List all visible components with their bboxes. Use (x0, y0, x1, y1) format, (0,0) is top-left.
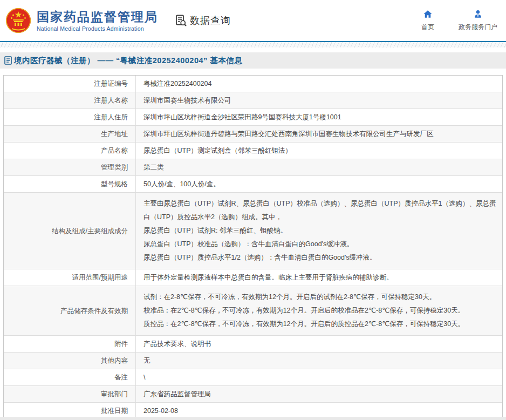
data-query-link[interactable]: 数据查询 (174, 14, 231, 27)
table-row: 其他内容无 (4, 353, 502, 369)
field-value: 试剂：在2-8℃保存，不可冷冻，有效期为12个月。开启后的试剂在2-8℃保存，可… (135, 286, 502, 335)
nav-item-home[interactable]: 首页 (415, 9, 440, 32)
field-value: 粤械注准20252400204 (135, 76, 502, 92)
field-label: 结构及组成/主要组成成分 (4, 193, 135, 269)
nav-item-label: 首页 (421, 23, 434, 32)
site-title: 国家药品监督管理局 (37, 10, 158, 24)
nmpa-logo-link[interactable] (5, 8, 31, 33)
field-label: 其他内容 (4, 353, 135, 369)
table-row: 产品名称尿总蛋白（UTP）测定试剂盒（邻苯三酚红钼法） (4, 143, 502, 159)
table-row: 适用范围/预期用途用于体外定量检测尿液样本中总蛋白的含量。临床上主要用于肾脏疾病… (4, 269, 502, 286)
info-table: 注册证编号粤械注准20252400204注册人名称深圳市国赛生物技术有限公司注册… (3, 75, 503, 420)
national-emblem-icon (5, 8, 31, 33)
field-value: 产品技术要求、说明书 (135, 336, 502, 352)
field-value-line: 质控品：在2℃-8℃保存，不可冷冻，有效期为12个月。开启后的质控品在2℃-8℃… (143, 317, 497, 331)
table-row: 审批部门广东省药品监督管理局 (4, 386, 502, 403)
field-value: 主要由尿总蛋白（UTP）试剂R、尿总蛋白（UTP）校准品（选购）、尿总蛋白（UT… (135, 193, 502, 269)
field-label: 审批部门 (4, 386, 135, 402)
field-value: \ (135, 369, 502, 385)
site-brand: 国家药品监督管理局 National Medical Products Admi… (37, 10, 158, 32)
field-value: 深圳市坪山区坑梓街道金沙社区荣田路9号国赛科技大厦1号楼1001 (135, 109, 502, 125)
field-value-line: 主要由尿总蛋白（UTP）试剂R、尿总蛋白（UTP）校准品（选购）、尿总蛋白（UT… (143, 197, 497, 224)
table-row: 型号规格50人份/盒、100人份/盒。 (4, 176, 502, 193)
field-value-line: 尿总蛋白（UTP）校准品（选购）：含牛血清白蛋白的Good's缓冲液。 (143, 238, 497, 251)
table-row: 生产地址深圳市坪山区坑梓街道丹碧路与荣田路交汇处西南角深圳市国赛生物技术有限公司… (4, 126, 502, 143)
table-row: 注册证编号粤械注准20252400204 (4, 76, 502, 92)
nav-item-portal[interactable]: 政务服务门户 (459, 9, 497, 32)
page-title-bar: 境内医疗器械（注册） —— “粤械注准20252400204” 基本信息 (0, 52, 506, 69)
page: 国家药品监督管理局 National Medical Products Admi… (0, 0, 506, 420)
field-value: 无 (135, 353, 502, 369)
field-label: 生产地址 (4, 126, 135, 142)
field-value: 用于体外定量检测尿液样本中总蛋白的含量。临床上主要用于肾脏疾病的辅助诊断。 (135, 269, 502, 286)
user-icon (473, 9, 483, 19)
field-label: 注册人名称 (4, 92, 135, 109)
field-label: 产品名称 (4, 143, 135, 159)
field-value-line: 试剂：在2-8℃保存，不可冷冻，有效期为12个月。开启后的试剂在2-8℃保存，可… (143, 290, 497, 304)
home-icon (423, 9, 433, 19)
site-header: 国家药品监督管理局 National Medical Products Admi… (0, 0, 506, 41)
field-label: 备注 (4, 369, 135, 385)
table-row: 结构及组成/主要组成成分主要由尿总蛋白（UTP）试剂R、尿总蛋白（UTP）校准品… (4, 193, 502, 269)
document-icon (4, 56, 12, 65)
field-value-line: 尿总蛋白（UTP）质控品水平1/2（选购）：含牛血清白蛋白的Good's缓冲液。 (143, 251, 497, 265)
field-label: 产品储存条件及有效期 (4, 286, 135, 335)
top-nav: 首页 政务服务门户 (415, 9, 497, 32)
field-value: 深圳市坪山区坑梓街道丹碧路与荣田路交汇处西南角深圳市国赛生物技术有限公司生产与研… (135, 126, 502, 142)
field-value: 深圳市国赛生物技术有限公司 (135, 92, 502, 109)
page-title: 境内医疗器械（注册） —— “粤械注准20252400204” 基本信息 (14, 56, 242, 66)
field-value-line: 尿总蛋白（UTP）试剂R: 邻苯三酚红、钼酸钠。 (143, 224, 497, 238)
field-value: 50人份/盒、100人份/盒。 (135, 176, 502, 192)
hatch-band (0, 42, 506, 48)
field-value: 广东省药品监督管理局 (135, 386, 502, 402)
footer-strip (0, 417, 506, 420)
table-row: 备注\ (4, 369, 502, 386)
document-search-icon (174, 14, 187, 27)
field-label: 型号规格 (4, 176, 135, 192)
field-value-line: 校准品：在2℃-8℃保存，不可冷冻，有效期为12个月。开启后的校准品在2℃-8℃… (143, 304, 497, 317)
table-row: 注册人住所深圳市坪山区坑梓街道金沙社区荣田路9号国赛科技大厦1号楼1001 (4, 109, 502, 126)
table-row: 产品储存条件及有效期试剂：在2-8℃保存，不可冷冻，有效期为12个月。开启后的试… (4, 286, 502, 336)
field-label: 管理类别 (4, 159, 135, 175)
field-label: 附件 (4, 336, 135, 352)
field-value: 第二类 (135, 159, 502, 175)
site-subtitle: National Medical Products Administration (37, 25, 158, 32)
field-label: 适用范围/预期用途 (4, 269, 135, 286)
nav-item-label: 政务服务门户 (459, 23, 497, 32)
data-query-label: 数据查询 (190, 14, 231, 27)
field-label: 注册人住所 (4, 109, 135, 125)
table-row: 注册人名称深圳市国赛生物技术有限公司 (4, 92, 502, 109)
table-row: 附件产品技术要求、说明书 (4, 336, 502, 353)
table-row: 管理类别第二类 (4, 159, 502, 176)
field-value: 尿总蛋白（UTP）测定试剂盒（邻苯三酚红钼法） (135, 143, 502, 159)
field-label: 注册证编号 (4, 76, 135, 92)
